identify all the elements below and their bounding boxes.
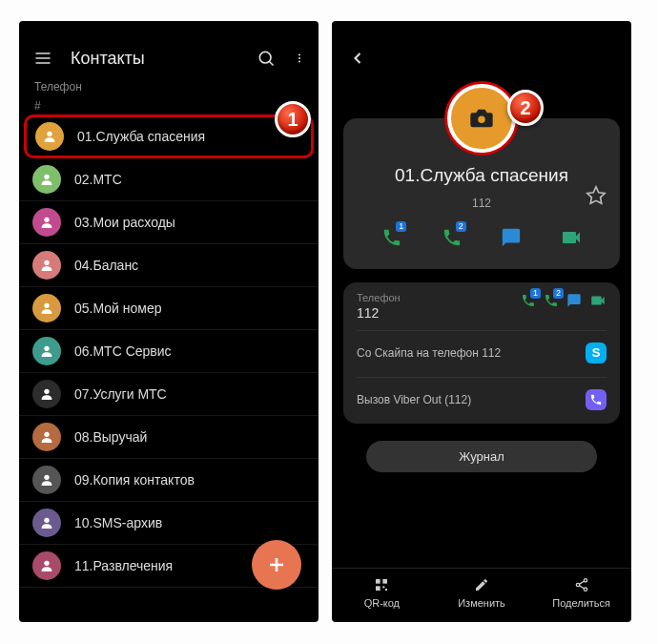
app-header: Контакты [19,38,319,74]
annotation-marker-1: 1 [275,101,311,137]
contact-name: 01.Служба спасения [355,156,608,191]
contact-row[interactable]: 05.Мой номер [19,287,319,330]
viber-icon [586,389,607,410]
contact-row[interactable]: 08.Выручай [19,416,319,459]
svg-point-21 [478,115,484,122]
svg-point-13 [44,346,49,351]
contact-row[interactable]: 09.Копия контактов [19,459,319,502]
svg-point-7 [298,61,300,63]
contact-label: 10.SMS-архив [74,515,162,530]
mini-video[interactable] [589,292,607,313]
message-button[interactable] [489,223,533,252]
mini-action-icons: 1 2 [521,292,607,313]
svg-line-31 [579,581,584,584]
more-icon[interactable] [294,48,305,69]
svg-marker-22 [587,187,605,203]
contact-label: 04.Баланс [74,258,138,273]
contact-label: 06.МТС Сервис [74,343,172,359]
contact-avatar [32,294,61,322]
edit-icon [432,576,532,593]
search-icon[interactable] [256,48,277,69]
qr-code-button[interactable]: QR-код [332,576,432,609]
contact-label: 03.Мои расходы [74,215,175,230]
svg-rect-23 [376,579,380,584]
contact-avatar [32,423,61,451]
contact-row[interactable]: 04.Баланс [19,244,319,287]
contact-detail-screen: 01.Служба спасения 112 1 2 Телефон [332,21,631,622]
svg-rect-26 [383,586,385,588]
svg-point-8 [47,132,51,136]
contact-label: 02.МТС [74,172,122,187]
contact-avatar [35,122,64,151]
skype-icon: S [586,343,607,364]
contact-label: 11.Развлечения [74,558,173,573]
svg-point-16 [44,475,49,480]
skype-call-row[interactable]: Со Скайпа на телефон 112 S [357,330,607,367]
svg-line-4 [270,62,274,66]
video-call-button[interactable] [549,223,593,252]
contact-photo-button[interactable] [447,84,516,153]
status-bar [19,21,319,38]
svg-point-3 [259,52,271,63]
edit-button[interactable]: Изменить [432,576,532,609]
svg-line-32 [579,586,584,589]
back-icon[interactable] [347,48,368,69]
contact-row[interactable]: 03.Мои расходы [19,201,319,244]
contact-number: 112 [355,197,608,210]
favorite-star-icon[interactable] [586,185,607,206]
contact-row[interactable]: 06.МТС Сервис [19,330,319,373]
contact-label: 09.Копия контактов [74,472,195,488]
phone-label: Телефон [357,292,521,303]
contact-row[interactable]: 02.МТС [19,158,319,201]
phone-value[interactable]: 112 [357,305,521,321]
contact-row[interactable]: 10.SMS-архив [19,502,319,545]
header-title: Контакты [71,49,238,69]
contact-avatar [32,251,61,280]
svg-point-15 [44,432,49,437]
contact-label: 08.Выручай [74,429,147,445]
svg-point-5 [298,54,300,56]
contact-card: 01.Служба спасения 112 1 2 [343,118,620,269]
contact-avatar [32,380,61,408]
svg-point-9 [44,175,49,179]
svg-rect-25 [376,586,380,591]
camera-icon [468,105,495,132]
contact-label: 05.Мой номер [74,301,162,316]
contact-avatar [32,208,61,237]
journal-button[interactable]: Журнал [366,441,597,472]
contacts-list-screen: Контакты Телефон # 01.Служба спасения02.… [19,21,319,622]
qr-icon [332,576,432,593]
action-row: 1 2 [355,223,608,252]
filter-label[interactable]: Телефон [19,74,319,97]
contact-avatar [32,337,61,365]
contact-avatar [32,509,61,537]
annotation-marker-2: 2 [507,90,544,126]
sim-badge: 2 [456,221,466,232]
contact-label: 07.Услуги МТС [74,386,167,402]
contact-avatar [32,466,61,494]
svg-point-18 [44,561,49,566]
menu-icon[interactable] [32,48,53,69]
call-sim1-button[interactable]: 1 [370,223,414,252]
svg-point-11 [44,260,49,265]
contact-avatar [32,551,61,580]
call-sim2-button[interactable]: 2 [430,223,474,252]
detail-header [332,38,631,78]
share-icon [531,576,631,593]
svg-rect-27 [385,589,387,591]
bottom-bar: QR-код Изменить Поделиться [332,568,631,622]
mini-message[interactable] [566,293,582,312]
viber-call-row[interactable]: Вызов Viber Out (112) [357,377,607,414]
contact-row[interactable]: 07.Услуги МТС [19,373,319,416]
phone-details-card: Телефон 112 1 2 Со [343,282,620,424]
svg-point-12 [44,303,49,308]
add-contact-fab[interactable] [252,540,301,590]
mini-call-sim2[interactable]: 2 [544,293,559,312]
sim-badge: 1 [396,221,406,232]
share-button[interactable]: Поделиться [531,576,631,609]
contact-avatar [32,165,61,194]
svg-point-6 [298,57,300,59]
mini-call-sim1[interactable]: 1 [521,293,536,312]
section-header: # [19,97,319,114]
contact-row[interactable]: 01.Служба спасения [24,114,314,158]
